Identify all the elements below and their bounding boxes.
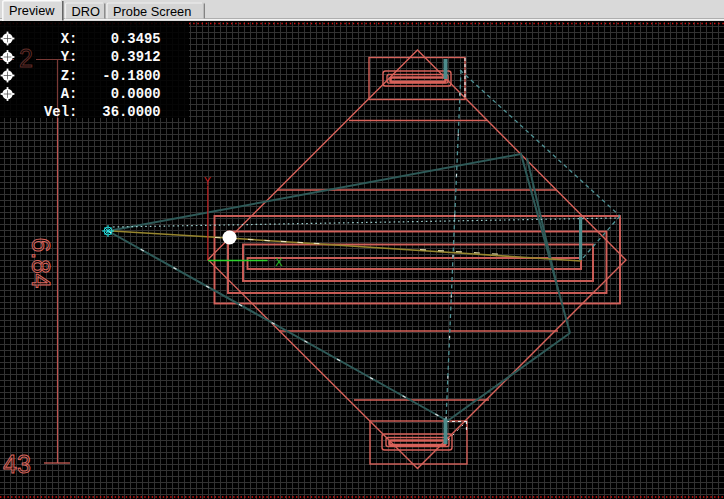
svg-text:Preview: Preview <box>9 3 55 18</box>
svg-text:Y: Y <box>204 175 211 187</box>
svg-text:X: 0.3495: X: 0.3495 <box>44 31 161 47</box>
svg-text:6.84: 6.84 <box>26 238 56 289</box>
svg-text:DRO: DRO <box>72 4 100 19</box>
svg-text:43: 43 <box>3 450 31 478</box>
svg-text:A: 0.0000: A: 0.0000 <box>44 86 161 102</box>
svg-text:Probe Screen: Probe Screen <box>113 4 191 19</box>
svg-text:X: X <box>275 256 283 268</box>
svg-text:Vel: 36.0000: Vel: 36.0000 <box>44 104 161 120</box>
svg-text:2: 2 <box>19 44 33 72</box>
svg-text:Z: -0.1800: Z: -0.1800 <box>44 68 161 84</box>
svg-text:Y: 0.3912: Y: 0.3912 <box>44 49 161 65</box>
